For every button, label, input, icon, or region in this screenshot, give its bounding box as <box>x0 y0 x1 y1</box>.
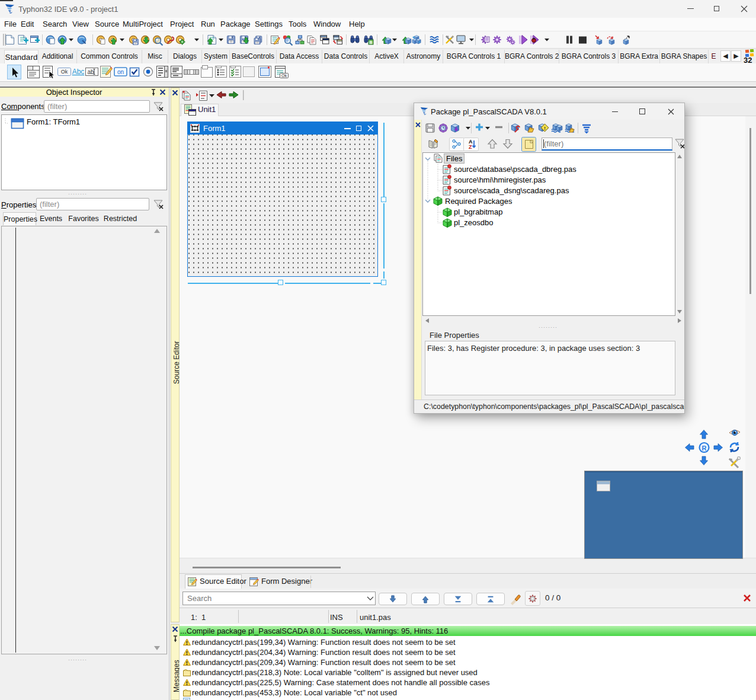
svg-text:Ok: Ok <box>61 69 68 75</box>
svg-text:R: R <box>702 445 707 452</box>
svg-text:Z: Z <box>469 144 472 150</box>
svg-text:Ok: Ok <box>281 73 287 78</box>
svg-text:!: ! <box>544 126 546 131</box>
svg-text:ab: ab <box>87 69 94 75</box>
svg-text:on: on <box>117 69 124 75</box>
svg-text:Abc: Abc <box>72 68 85 76</box>
svg-text:B: B <box>369 40 372 44</box>
